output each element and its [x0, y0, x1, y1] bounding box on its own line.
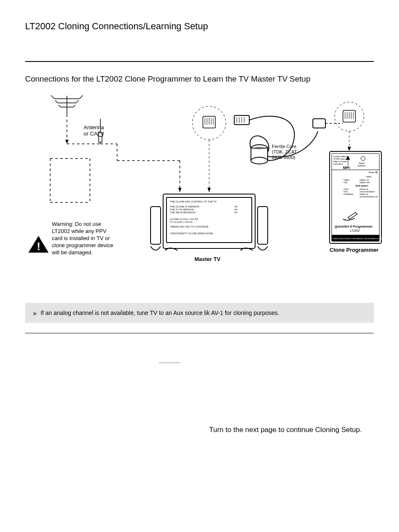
svg-marker-11: [65, 140, 69, 144]
svg-point-58: [251, 157, 268, 164]
svg-text:Reset: Reset: [369, 171, 375, 174]
svg-text:battery low: battery low: [360, 181, 370, 184]
svg-text:THE SW IS REVISION: THE SW IS REVISION: [170, 211, 195, 214]
svg-rect-60: [313, 119, 325, 128]
warning-text-5: will be damaged.: [51, 249, 93, 256]
svg-text:!: !: [37, 240, 41, 253]
svg-text:blink pattern: blink pattern: [356, 184, 368, 187]
svg-text:follow on screen: follow on screen: [333, 161, 347, 163]
svg-text:TV CLOCK         = XX:XX: TV CLOCK = XX:XX: [170, 221, 193, 223]
svg-text:CLONE CLOCK   = XX:XX: CLONE CLOCK = XX:XX: [170, 218, 198, 220]
svg-text:-PRESS ANY KEY TO CONTINUE.: -PRESS ANY KEY TO CONTINUE.: [170, 225, 209, 228]
connection-diagram: Antenna or CATV ! Warning: Do not use LT…: [25, 94, 374, 269]
antenna-label-2: or CATV: [84, 130, 104, 137]
svg-rect-29: [151, 207, 161, 244]
warning-text-2: LT2002 while any PPV: [52, 228, 107, 234]
section-title: Connections for the LT2002 Clone Program…: [25, 74, 374, 84]
svg-text:• heartbeat: • heartbeat: [343, 193, 353, 195]
note-box: ▶ If an analog channel is not available,…: [25, 303, 374, 323]
svg-text:communications ok: communications ok: [360, 195, 378, 198]
rj-jack-programmer: [335, 102, 364, 151]
ferrite-label-1: Ferrite Core: [272, 144, 297, 149]
svg-marker-20: [178, 188, 182, 192]
rj-jack-tv: [192, 106, 226, 192]
svg-marker-70: [348, 147, 351, 151]
note-text: If an analog channel is not available, t…: [41, 309, 279, 316]
ferrite-label-2: (TDK, ZCAT: [272, 149, 297, 154]
svg-line-4: [51, 95, 54, 99]
antenna-icon: [50, 95, 182, 202]
svg-rect-15: [99, 136, 102, 142]
antenna-label-1: Antenna: [84, 124, 104, 130]
ferrite-label-3: 2035-0930): [272, 155, 295, 160]
closing-line: Turn to the next page to continue Clonin…: [209, 426, 374, 434]
svg-text:-DISCONNECT CLONE WHEN DONE.: -DISCONNECT CLONE WHEN DONE.: [170, 232, 214, 235]
svg-text:status: status: [366, 175, 372, 178]
svg-text:THE CLONE IS VERSION: THE CLONE IS VERSION: [170, 205, 199, 208]
svg-text:ZENITH ELECTRONICS CORPORATION: ZENITH ELECTRONICS CORPORATION, LINCOLNS…: [333, 238, 385, 240]
svg-text:THE TV IS VERSION: THE TV IS VERSION: [170, 208, 194, 211]
svg-line-7: [76, 100, 79, 103]
svg-text:XX: XX: [234, 205, 238, 208]
svg-text:Indicator: Indicator: [358, 164, 366, 167]
svg-point-59: [256, 147, 263, 149]
svg-marker-50: [207, 188, 211, 192]
svg-rect-30: [258, 207, 268, 244]
svg-text:XX: XX: [234, 211, 238, 214]
clone-programmer-device: Status Indicator Connect cable to TV MPI…: [330, 151, 385, 243]
svg-text:Instructions.: Instructions.: [333, 163, 343, 165]
svg-text:• red: • red: [343, 181, 348, 184]
warning-text-4: clone programmer device: [52, 242, 113, 248]
divider-mid: [25, 333, 374, 333]
svg-line-5: [79, 95, 83, 99]
divider-top: [25, 61, 374, 62]
svg-text:TV MPI Card and: TV MPI Card and: [333, 158, 348, 160]
master-tv-label: Master TV: [194, 256, 220, 262]
clone-programmer-label: Clone Programmer: [330, 247, 379, 253]
svg-line-8: [59, 105, 61, 107]
svg-text:MPI: MPI: [343, 166, 350, 170]
svg-text:QuickSet II Programmer: QuickSet II Programmer: [335, 225, 373, 228]
bullet-arrow-icon: ▶: [33, 310, 37, 316]
svg-text:THE CLONE HAS CONTROL OF THE T: THE CLONE HAS CONTROL OF THE TV: [170, 200, 217, 203]
svg-text:Connect cable to: Connect cable to: [333, 156, 348, 158]
svg-text:LT2002: LT2002: [350, 229, 360, 232]
svg-line-9: [73, 105, 75, 107]
svg-line-6: [55, 100, 58, 103]
warning-icon: !: [28, 236, 49, 253]
page-title: LT2002 Cloning Connections/Learning Setu…: [25, 21, 374, 32]
warning-text-1: Warning: Do not use: [52, 221, 101, 227]
svg-text:XX: XX: [234, 208, 238, 211]
warning-text-3: card is installed in TV or: [52, 235, 110, 241]
